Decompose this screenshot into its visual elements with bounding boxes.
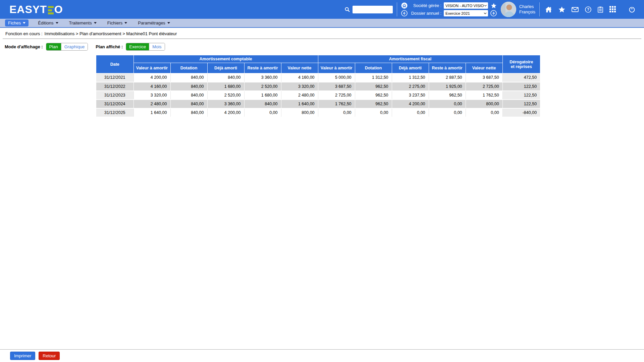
table-row: 31/12/2021 4 200,00 840,00 840,00 3 360,… [96, 73, 540, 82]
search-input[interactable] [353, 6, 393, 13]
user-last-name: François [519, 9, 535, 15]
menu-fiches-label: Fiches [8, 20, 21, 25]
cell-value: 1 312,50 [392, 73, 429, 82]
cell-value: 3 320,00 [133, 91, 170, 100]
societe-select-value: VISION - AUTO VISION [445, 4, 484, 8]
cell-derogatoire: 122,50 [502, 100, 540, 108]
cell-value: 962,50 [355, 91, 392, 100]
menu-editions-label: Éditions [38, 20, 53, 25]
mode-affichage-label: Mode d'affichage : [5, 44, 43, 49]
cell-value: 962,50 [355, 82, 392, 91]
header-valeur-nette: Valeur nette [281, 63, 318, 73]
apps-grid-icon[interactable] [609, 6, 616, 13]
back-button[interactable]: Retour [39, 352, 60, 360]
menu-fiches[interactable]: Fiches [5, 19, 29, 26]
chevron-down-icon [167, 22, 170, 24]
cell-value: 4 200,00 [392, 100, 429, 108]
cell-value: 962,50 [429, 91, 466, 100]
cell-value: 3 687,50 [466, 73, 502, 82]
power-icon[interactable] [629, 6, 635, 13]
cell-value: 1 680,00 [244, 91, 281, 100]
plan-exercice-button[interactable]: Exercice [126, 43, 149, 50]
cell-date: 31/12/2022 [96, 82, 133, 91]
header-valeur-a-amortir: Valeur à amortir [133, 63, 170, 73]
cell-value: 1 925,00 [429, 82, 466, 91]
mode-graphique-button[interactable]: Graphique [61, 43, 88, 50]
menu-fichiers[interactable]: Fichiers [106, 19, 129, 26]
societe-select[interactable]: VISION - AUTO VISION [444, 2, 488, 9]
cell-value: 1 680,00 [207, 82, 244, 91]
breadcrumb: Fonction en cours : Immobilisations > Pl… [0, 28, 644, 39]
favorite-star-icon[interactable] [490, 2, 497, 9]
breadcrumb-divider [3, 39, 641, 39]
cell-value: 0,00 [392, 108, 429, 117]
mail-icon[interactable] [572, 7, 579, 12]
cell-value: 3 687,50 [318, 82, 355, 91]
cell-value: 800,00 [466, 100, 502, 108]
cell-value: 840,00 [244, 100, 281, 108]
logo-text-prefix: EASYT [9, 4, 47, 15]
cell-value: 3 237,50 [392, 91, 429, 100]
app-logo: EASYTO [9, 4, 63, 15]
table-row: 31/12/2025 1 640,00 840,00 4 200,00 0,00… [96, 108, 540, 117]
star-icon[interactable] [558, 6, 565, 13]
topbar-divider [539, 2, 540, 16]
cell-value: 840,00 [170, 108, 207, 117]
plan-mois-button[interactable]: Mois [149, 43, 164, 50]
societe-label: Société gérée : [410, 3, 441, 8]
cell-date: 31/12/2025 [96, 108, 133, 117]
header-group-comptable: Amortissement comptable [133, 55, 318, 63]
cell-derogatoire: 122,50 [502, 82, 540, 91]
menu-traitements-label: Traitements [69, 20, 92, 25]
cell-value: 3 360,00 [244, 73, 281, 82]
cell-value: 0,00 [355, 108, 392, 117]
amortization-table: Date Amortissement comptable Amortisseme… [96, 55, 540, 117]
cell-value: 2 480,00 [133, 100, 170, 108]
menu-traitements[interactable]: Traitements [68, 19, 98, 26]
menu-editions[interactable]: Éditions [37, 19, 59, 26]
header-derogatoire: Dérogatoire et reprises [502, 55, 540, 73]
plan-toggle: Exercice Mois [126, 43, 165, 51]
cell-date: 31/12/2023 [96, 91, 133, 100]
table-row: 31/12/2022 4 160,00 840,00 1 680,00 2 52… [96, 82, 540, 91]
previous-dossier-icon[interactable] [401, 10, 408, 16]
cell-value: 3 360,00 [207, 100, 244, 108]
cell-date: 31/12/2021 [96, 73, 133, 82]
mode-plan-button[interactable]: Plan [46, 43, 61, 50]
cell-value: 4 160,00 [281, 73, 318, 82]
header-deja-amorti: Déjà amorti [392, 63, 429, 73]
topbar-divider [397, 2, 397, 16]
chevron-down-icon [23, 22, 25, 24]
help-icon[interactable]: ? [585, 6, 591, 13]
print-button[interactable]: Imprimer [10, 352, 35, 360]
topbar-icon-strip: ? [545, 6, 635, 13]
cell-value: 1 762,50 [466, 91, 502, 100]
dossier-select[interactable]: Exercice 2021 [444, 10, 488, 16]
user-first-name: Charles [519, 4, 535, 9]
top-bar: EASYTO Société gérée : VISION - AUTO VIS… [0, 0, 644, 19]
logo-green-e [48, 6, 54, 14]
cell-value: 1 312,50 [355, 73, 392, 82]
header-reste-a-amortir: Reste à amortir [244, 63, 281, 73]
logo-text-suffix: O [54, 4, 63, 15]
next-dossier-icon[interactable] [490, 10, 497, 16]
chevron-down-icon [484, 5, 487, 7]
header-date: Date [96, 55, 133, 73]
menu-parametrages-label: Paramétrages [138, 20, 165, 25]
notes-icon[interactable] [598, 6, 603, 13]
user-name: Charles François [519, 4, 535, 15]
search-area [344, 6, 393, 13]
dossier-select-value: Exercice 2021 [445, 11, 470, 15]
header-dotation: Dotation [355, 63, 392, 73]
avatar[interactable] [501, 2, 516, 17]
menu-parametrages[interactable]: Paramétrages [137, 19, 171, 26]
menu-bar: Fiches Éditions Traitements Fichiers Par… [0, 19, 644, 28]
dossier-label: Dossier annuel : [410, 11, 441, 16]
home-circle-icon[interactable] [401, 2, 408, 9]
header-reste-a-amortir: Reste à amortir [429, 63, 466, 73]
menu-fichiers-label: Fichiers [107, 20, 123, 25]
cell-value: 0,00 [466, 108, 502, 117]
cell-value: 0,00 [429, 108, 466, 117]
cell-value: 2 520,00 [207, 91, 244, 100]
home-icon[interactable] [545, 6, 552, 13]
